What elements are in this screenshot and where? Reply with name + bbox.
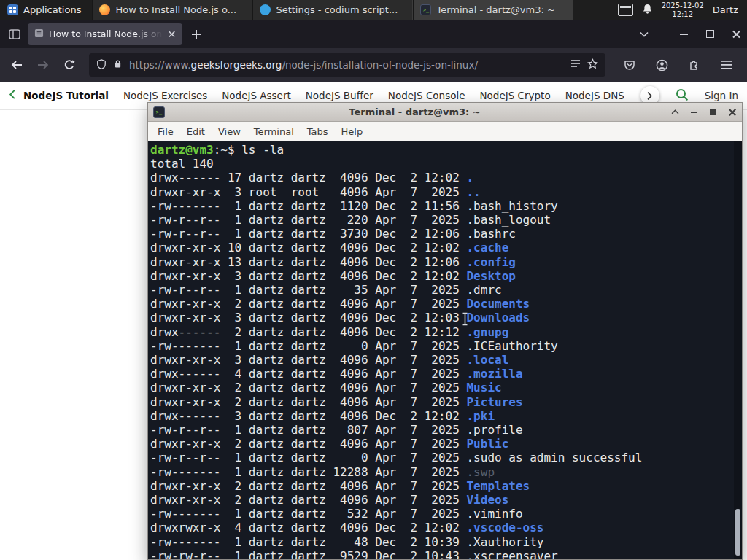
menu-view[interactable]: View: [212, 126, 247, 137]
taskbar-window-button[interactable]: >_Terminal - dartz@vm3: ~: [413, 0, 573, 20]
site-nav-item[interactable]: NodeJS Exercises: [123, 90, 207, 101]
file-name: .local: [466, 353, 508, 367]
browser-window-controls: [678, 29, 741, 39]
terminal-shade-button[interactable]: [670, 107, 680, 117]
file-name: Templates: [466, 479, 530, 493]
terminal-scrollbar-thumb[interactable]: [735, 509, 740, 556]
taskbar-window-button[interactable]: Settings - codium script...: [252, 0, 413, 20]
site-nav-item[interactable]: NodeJS Assert: [222, 90, 291, 101]
terminal-line: drwxr-xr-x 3 dartz dartz 4096 Apr 7 2025…: [150, 353, 732, 367]
reader-view-icon[interactable]: [570, 59, 581, 71]
applications-label: Applications: [23, 4, 81, 15]
terminal-output: dartz@vm3:~$ ls -latotal 140drwx------ 1…: [150, 143, 732, 559]
window-close-button[interactable]: [731, 29, 741, 39]
notification-bell-icon[interactable]: [642, 3, 653, 17]
menu-file[interactable]: File: [151, 126, 180, 137]
taskbar-windows: How to Install Node.js o...Settings - co…: [92, 0, 573, 20]
search-icon[interactable]: [676, 88, 689, 104]
site-nav-item[interactable]: NodeJS Crypto: [480, 90, 551, 101]
reload-button[interactable]: [58, 54, 80, 76]
taskbar-tray: 2025-12-02 12:12 Dartz: [612, 0, 747, 20]
file-name: Desktop: [466, 269, 515, 283]
applications-menu-button[interactable]: Applications: [0, 0, 88, 20]
menu-edit[interactable]: Edit: [180, 126, 212, 137]
extensions-icon[interactable]: [683, 54, 705, 76]
terminal-line: -rw------- 1 dartz dartz 1120 Dec 2 11:5…: [150, 199, 732, 213]
forward-button[interactable]: [32, 54, 54, 76]
terminal-line: -rw-r--r-- 1 dartz dartz 3730 Dec 2 12:0…: [150, 227, 732, 241]
list-all-tabs-icon[interactable]: [635, 25, 654, 44]
url-text: https://www.geeksforgeeks.org/node-js/in…: [129, 59, 564, 71]
tab-title: How to Install Node.js on: [49, 28, 163, 39]
sign-in-button[interactable]: Sign In: [705, 90, 738, 101]
site-nav-item[interactable]: NodeJS Buffer: [306, 90, 374, 101]
site-nav-item[interactable]: NodeJS Tutorial: [23, 90, 109, 101]
terminal-line: drwxr-xr-x 2 dartz dartz 4096 Apr 7 2025…: [150, 395, 732, 409]
menu-help[interactable]: Help: [335, 126, 370, 137]
site-nav-item[interactable]: NodeJS DNS: [565, 90, 624, 101]
browser-tab[interactable]: How to Install Node.js on: [28, 23, 182, 45]
terminal-icon: >_: [420, 4, 431, 15]
terminal-line: -rw------- 1 dartz dartz 0 Apr 7 2025 .I…: [150, 339, 732, 353]
taskbar-separator: [90, 2, 90, 18]
tray-app-icon[interactable]: [618, 4, 633, 16]
file-name: .bashrc: [466, 227, 515, 241]
file-name: .bash_logout: [466, 213, 551, 227]
menu-tabs[interactable]: Tabs: [301, 126, 335, 137]
terminal-line: drwx------ 2 dartz dartz 4096 Dec 2 12:1…: [150, 325, 732, 339]
taskbar-window-button[interactable]: How to Install Node.js o...: [92, 0, 252, 20]
file-name: Music: [466, 381, 501, 394]
file-name: .pki: [466, 409, 495, 423]
terminal-maximize-button[interactable]: [708, 107, 718, 117]
terminal-window-controls: [665, 107, 737, 117]
terminal-body[interactable]: dartz@vm3:~$ ls -latotal 140drwx------ 1…: [148, 141, 742, 559]
pocket-icon[interactable]: [619, 54, 640, 76]
terminal-line: drwxr-xr-x 10 dartz dartz 4096 Dec 2 12:…: [150, 241, 732, 254]
window-maximize-button[interactable]: [705, 29, 715, 39]
firefox-view-icon[interactable]: [4, 24, 25, 44]
nav-scroll-left-icon[interactable]: [9, 89, 16, 102]
terminal-line: dartz@vm3:~$ ls -la: [150, 143, 732, 157]
terminal-line: drwxr-xr-x 2 dartz dartz 4096 Apr 7 2025…: [150, 479, 732, 493]
file-name: .ICEauthority: [466, 339, 557, 353]
taskbar-window-title: Terminal - dartz@vm3: ~: [436, 4, 554, 15]
terminal-close-button[interactable]: [727, 107, 737, 117]
bookmark-star-icon[interactable]: [587, 58, 598, 71]
menu-hamburger-icon[interactable]: [715, 54, 737, 76]
site-nav-item[interactable]: NodeJS Console: [388, 90, 465, 101]
browser-tab-bar: How to Install Node.js on: [0, 20, 747, 48]
file-name: .viminfo: [466, 507, 522, 521]
taskbar-clock[interactable]: 2025-12-02 12:12: [662, 1, 704, 19]
menu-terminal[interactable]: Terminal: [247, 126, 301, 137]
terminal-line: drwxr-xr-x 2 dartz dartz 4096 Apr 7 2025…: [150, 297, 732, 311]
tab-close-icon[interactable]: [169, 31, 175, 37]
applications-icon: [7, 4, 18, 15]
terminal-minimize-button[interactable]: [689, 107, 699, 117]
terminal-line: -rw-r--r-- 1 dartz dartz 35 Apr 7 2025 .…: [150, 283, 732, 297]
lock-icon[interactable]: [113, 58, 123, 71]
terminal-line: drwx------ 17 dartz dartz 4096 Dec 2 12:…: [150, 171, 732, 184]
url-bar[interactable]: https://www.geeksforgeeks.org/node-js/in…: [89, 53, 605, 77]
new-tab-button[interactable]: [187, 25, 206, 44]
terminal-line: -rw-r--r-- 1 dartz dartz 220 Apr 7 2025 …: [150, 213, 732, 227]
terminal-line: drwx------ 4 dartz dartz 4096 Apr 7 2025…: [150, 367, 732, 381]
account-icon[interactable]: [651, 54, 673, 76]
terminal-line: drwx------ 3 dartz dartz 4096 Dec 2 12:0…: [150, 409, 732, 423]
mouse-cursor: [461, 312, 469, 329]
terminal-line: drwxr-xr-x 2 dartz dartz 4096 Apr 7 2025…: [150, 437, 732, 451]
tab-favicon: [34, 28, 44, 40]
window-minimize-button[interactable]: [678, 29, 689, 39]
taskbar-user[interactable]: Dartz: [713, 4, 741, 15]
back-button[interactable]: [6, 54, 28, 76]
file-name: .Xauthority: [466, 535, 543, 549]
tracking-shield-icon[interactable]: [96, 58, 107, 72]
file-name: .bash_history: [466, 199, 557, 213]
terminal-titlebar[interactable]: >_ Terminal - dartz@vm3: ~: [148, 103, 742, 122]
file-name: .gnupg: [466, 325, 508, 339]
terminal-line: -rw------- 1 dartz dartz 532 Apr 7 2025 …: [150, 507, 732, 521]
terminal-line: drwxr-xr-x 3 dartz dartz 4096 Dec 2 12:0…: [150, 311, 732, 324]
terminal-line: -rw-r--r-- 1 dartz dartz 807 Apr 7 2025 …: [150, 423, 732, 437]
file-name: Videos: [466, 493, 508, 507]
browser-toolbar: https://www.geeksforgeeks.org/node-js/in…: [0, 48, 747, 82]
terminal-scrollbar[interactable]: [734, 141, 742, 559]
